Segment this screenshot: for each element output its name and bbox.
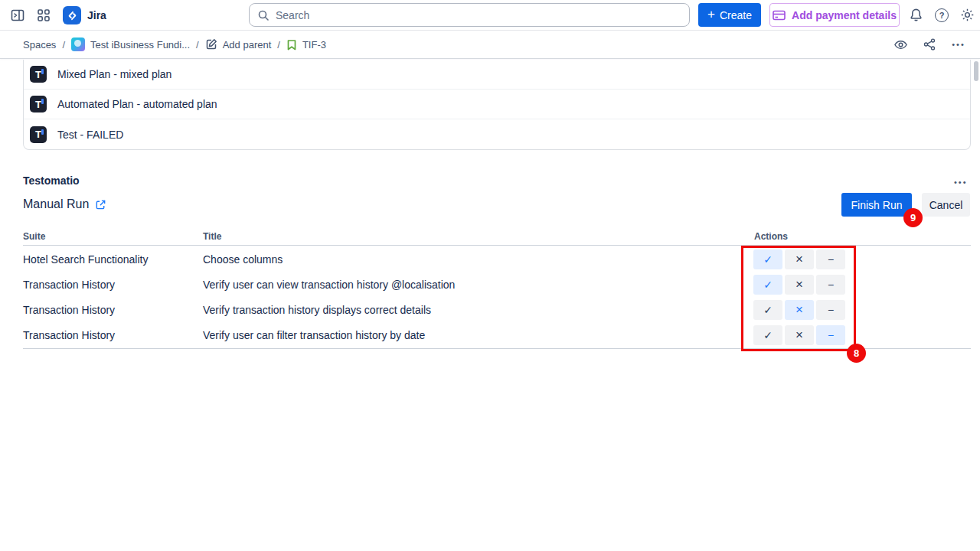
title-cell: Verify user can view transaction history… <box>203 279 455 291</box>
column-header-suite: Suite <box>23 231 45 242</box>
suite-cell: Transaction History <box>23 279 115 291</box>
cancel-button[interactable]: Cancel <box>922 193 970 217</box>
create-button[interactable]: + Create <box>698 3 761 27</box>
column-header-title: Title <box>203 231 221 242</box>
testomatio-plan-icon: T <box>30 66 47 83</box>
mark-failed-button[interactable]: × <box>785 249 814 269</box>
row-actions: ✓ × − <box>753 275 845 295</box>
suite-cell: Transaction History <box>23 304 115 316</box>
table-row: Transaction History Verify user can view… <box>0 272 980 297</box>
search-input[interactable] <box>276 9 681 21</box>
suite-cell: Transaction History <box>23 329 115 341</box>
bookmark-icon <box>286 39 297 51</box>
sidebar-toggle-icon[interactable] <box>7 5 28 26</box>
mark-skipped-button[interactable]: − <box>816 300 845 320</box>
mark-passed-button[interactable]: ✓ <box>753 275 782 295</box>
app-name: Jira <box>87 9 106 21</box>
plan-list-item[interactable]: T Mixed Plan - mixed plan <box>24 60 970 90</box>
add-payment-details-button[interactable]: Add payment details <box>769 3 900 27</box>
testomatio-plan-icon: T <box>30 96 47 112</box>
annotation-badge-8: 8 <box>847 344 866 363</box>
breadcrumb: Spaces / Test iBusiness Fundi... / Add p… <box>0 31 980 59</box>
plan-list-item[interactable]: T Test - FAILED <box>24 119 970 149</box>
project-avatar <box>71 37 85 51</box>
settings-gear-icon[interactable] <box>956 5 978 26</box>
row-actions: ✓ × − <box>753 300 845 320</box>
row-actions: ✓ × − <box>753 325 845 345</box>
plan-list-item[interactable]: T Automated Plan - automated plan <box>24 90 970 119</box>
title-cell: Verify user can filter transaction histo… <box>203 329 425 341</box>
table-row: Hotel Search Functionality Choose column… <box>0 246 980 272</box>
mark-passed-button[interactable]: ✓ <box>753 300 782 320</box>
title-cell: Choose columns <box>203 253 283 266</box>
mark-skipped-button[interactable]: − <box>816 275 845 295</box>
testomatio-plan-icon: T <box>30 126 47 143</box>
search-icon <box>257 9 270 21</box>
share-icon[interactable] <box>917 34 942 55</box>
row-actions: ✓ × − <box>753 249 845 269</box>
run-title: Manual Run <box>23 197 106 211</box>
jira-logo[interactable] <box>63 6 81 24</box>
test-plans-card: T Mixed Plan - mixed plan T Automated Pl… <box>23 60 971 150</box>
plan-label: Test - FAILED <box>57 129 123 141</box>
search-bar[interactable] <box>249 3 690 27</box>
mark-passed-button[interactable]: ✓ <box>753 249 782 269</box>
breadcrumb-add-parent[interactable]: Add parent <box>205 38 272 51</box>
column-header-actions: Actions <box>754 231 788 242</box>
help-icon[interactable]: ? <box>931 5 952 26</box>
app-switcher-icon[interactable] <box>33 5 54 26</box>
table-header-divider <box>23 245 971 246</box>
mark-failed-button[interactable]: × <box>785 325 814 345</box>
title-cell: Verify transaction history displays corr… <box>203 304 431 316</box>
suite-cell: Hotel Search Functionality <box>23 253 148 266</box>
breadcrumb-project[interactable]: Test iBusiness Fundi... <box>71 37 190 51</box>
mark-skipped-button[interactable]: − <box>816 325 845 345</box>
jira-window: Jira + Create Add payment details <box>0 0 980 551</box>
mark-passed-button[interactable]: ✓ <box>753 325 782 345</box>
table-row: Transaction History Verify user can filt… <box>0 322 980 347</box>
watch-eye-icon[interactable] <box>888 34 913 55</box>
breadcrumb-issue[interactable]: TIF-3 <box>286 39 326 51</box>
testomatio-section-title: Testomatio <box>23 174 80 187</box>
finish-run-button[interactable]: Finish Run <box>841 193 912 217</box>
mark-skipped-button[interactable]: − <box>816 249 845 269</box>
external-link-icon[interactable] <box>95 199 106 210</box>
annotation-badge-9: 9 <box>903 208 923 227</box>
credit-card-icon <box>773 10 786 21</box>
table-bottom-divider <box>23 348 971 349</box>
section-more-icon[interactable]: ••• <box>954 174 968 188</box>
breadcrumb-spaces[interactable]: Spaces <box>23 39 56 51</box>
plus-icon: + <box>707 7 715 22</box>
plan-label: Automated Plan - automated plan <box>57 98 217 110</box>
edit-icon <box>205 38 217 51</box>
top-navigation-bar: Jira + Create Add payment details <box>0 0 980 31</box>
plan-label: Mixed Plan - mixed plan <box>57 68 172 80</box>
scrollbar-thumb[interactable] <box>974 61 978 81</box>
notifications-icon[interactable] <box>905 5 926 26</box>
table-row: Transaction History Verify transaction h… <box>0 297 980 322</box>
mark-failed-button[interactable]: × <box>785 275 814 295</box>
mark-failed-button[interactable]: × <box>785 300 814 320</box>
more-actions-icon[interactable]: ••• <box>946 34 971 55</box>
